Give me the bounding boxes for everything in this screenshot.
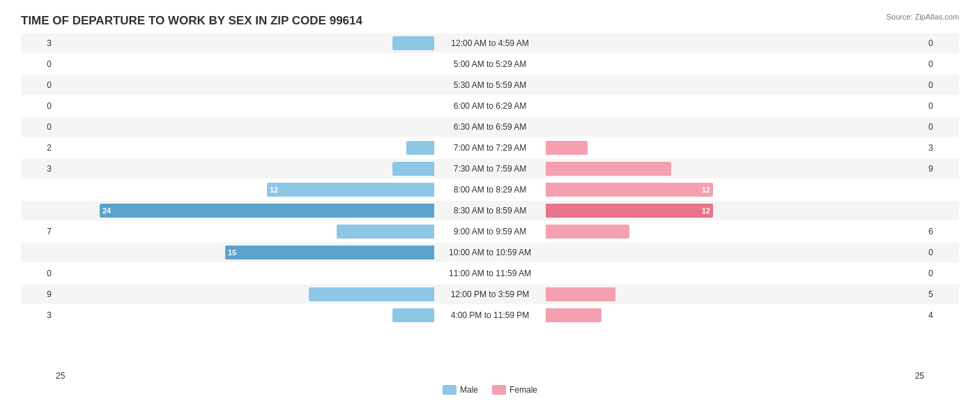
time-label: 6:30 AM to 6:59 AM xyxy=(434,122,546,132)
male-bar xyxy=(337,225,434,239)
table-row: 24 8:30 AM to 8:59 AM 12 xyxy=(21,201,959,220)
left-value: 0 xyxy=(21,122,56,132)
right-value: 4 xyxy=(924,310,959,320)
table-row: 12 8:00 AM to 8:29 AM 12 xyxy=(21,180,959,199)
legend-male: Male xyxy=(443,385,478,395)
female-bar-container xyxy=(546,225,924,239)
left-value: 2 xyxy=(21,143,56,153)
table-row: 0 5:00 AM to 5:29 AM 0 xyxy=(21,54,959,74)
male-bar-container: 15 xyxy=(56,246,434,259)
left-value: 3 xyxy=(21,38,56,48)
time-label: 6:00 AM to 6:29 AM xyxy=(434,101,546,111)
table-row: 0 11:00 AM to 11:59 AM 0 xyxy=(21,264,959,283)
table-row: 3 12:00 AM to 4:59 AM 0 xyxy=(21,33,959,53)
female-bar xyxy=(546,162,671,176)
right-value: 6 xyxy=(924,227,959,236)
chart-title: TIME OF DEPARTURE TO WORK BY SEX IN ZIP … xyxy=(21,14,959,28)
left-value: 0 xyxy=(21,269,56,278)
male-bar: 12 xyxy=(267,183,434,197)
male-swatch xyxy=(443,385,457,395)
time-label: 7:30 AM to 7:59 AM xyxy=(434,164,546,174)
left-value: 3 xyxy=(21,310,56,320)
right-value: 5 xyxy=(924,289,959,299)
table-row: 0 5:30 AM to 5:59 AM 0 xyxy=(21,75,959,95)
left-value: 9 xyxy=(21,289,56,299)
female-label: Female xyxy=(510,385,537,395)
male-bar-container xyxy=(56,308,434,322)
female-bar-container xyxy=(546,287,924,301)
right-value: 3 xyxy=(924,143,959,153)
male-bar: 15 xyxy=(225,246,434,259)
table-row: 0 6:30 AM to 6:59 AM 0 xyxy=(21,117,959,137)
table-row: 7 9:00 AM to 9:59 AM 6 xyxy=(21,222,959,241)
male-bar-container xyxy=(56,162,434,176)
time-label: 11:00 AM to 11:59 AM xyxy=(434,269,546,278)
table-row: 3 7:30 AM to 7:59 AM 9 xyxy=(21,159,959,179)
table-row: 2 7:00 AM to 7:29 AM 3 xyxy=(21,138,959,158)
time-label: 8:00 AM to 8:29 AM xyxy=(434,185,546,195)
female-bar-container xyxy=(546,162,924,176)
right-value: 0 xyxy=(924,269,959,278)
male-bar-container xyxy=(56,225,434,239)
time-label: 10:00 AM to 10:59 AM xyxy=(434,248,546,257)
female-bar-container xyxy=(546,36,924,50)
female-bar xyxy=(546,141,588,155)
female-bar xyxy=(546,225,629,239)
right-value: 0 xyxy=(924,101,959,111)
time-label: 8:30 AM to 8:59 AM xyxy=(434,206,546,216)
bottom-labels: 25 25 xyxy=(21,371,959,381)
table-row: 15 10:00 AM to 10:59 AM 0 xyxy=(21,243,959,262)
female-bar-container xyxy=(546,57,924,71)
time-label: 9:00 AM to 9:59 AM xyxy=(434,227,546,236)
chart-container: TIME OF DEPARTURE TO WORK BY SEX IN ZIP … xyxy=(0,0,980,415)
table-row: 3 4:00 PM to 11:59 PM 4 xyxy=(21,305,959,325)
table-row: 9 12:00 PM to 3:59 PM 5 xyxy=(21,285,959,304)
left-value: 7 xyxy=(21,227,56,236)
female-bar-container xyxy=(546,78,924,92)
male-label: Male xyxy=(460,385,478,395)
female-bar-container xyxy=(546,246,924,259)
male-bar xyxy=(406,141,434,155)
female-bar: 12 xyxy=(546,183,713,197)
left-value: 0 xyxy=(21,59,56,69)
table-row: 0 6:00 AM to 6:29 AM 0 xyxy=(21,96,959,116)
right-value: 0 xyxy=(924,38,959,48)
right-value: 0 xyxy=(924,80,959,90)
female-bar-container xyxy=(546,99,924,113)
chart-area: 3 12:00 AM to 4:59 AM 0 0 5:00 AM to 5:2… xyxy=(21,33,959,368)
male-bar-container xyxy=(56,36,434,50)
female-bar-container: 12 xyxy=(546,183,924,197)
male-bar: 24 xyxy=(100,204,434,218)
male-bar xyxy=(392,308,434,322)
source-label: Source: ZipAtlas.com xyxy=(886,13,959,21)
bottom-left-label: 25 xyxy=(56,371,65,381)
time-label: 7:00 AM to 7:29 AM xyxy=(434,143,546,153)
right-value: 9 xyxy=(924,164,959,174)
female-bar-container xyxy=(546,120,924,134)
female-bar-container: 12 xyxy=(546,204,924,218)
time-label: 12:00 AM to 4:59 AM xyxy=(434,38,546,48)
right-value: 0 xyxy=(924,59,959,69)
left-value: 0 xyxy=(21,101,56,111)
right-value: 0 xyxy=(924,122,959,132)
time-label: 12:00 PM to 3:59 PM xyxy=(434,289,546,299)
male-bar xyxy=(309,287,434,301)
time-label: 4:00 PM to 11:59 PM xyxy=(434,310,546,320)
male-bar xyxy=(392,36,434,50)
right-value: 0 xyxy=(924,248,959,257)
time-label: 5:00 AM to 5:29 AM xyxy=(434,59,546,69)
female-bar: 12 xyxy=(546,204,713,218)
male-bar-container xyxy=(56,99,434,113)
male-bar-container xyxy=(56,287,434,301)
male-bar-container xyxy=(56,120,434,134)
male-bar-container: 12 xyxy=(56,183,434,197)
male-bar-container xyxy=(56,78,434,92)
left-value: 3 xyxy=(21,164,56,174)
left-value: 0 xyxy=(21,80,56,90)
legend: Male Female xyxy=(21,385,959,395)
male-bar-container xyxy=(56,57,434,71)
time-label: 5:30 AM to 5:59 AM xyxy=(434,80,546,90)
male-bar xyxy=(392,162,434,176)
female-bar-container xyxy=(546,141,924,155)
male-bar-container xyxy=(56,266,434,280)
